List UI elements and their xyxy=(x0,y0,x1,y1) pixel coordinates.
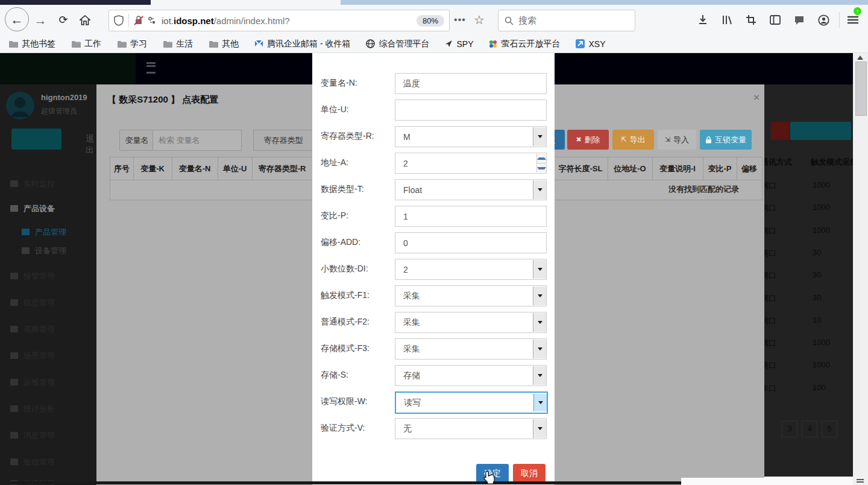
background-row-port: 网口 xyxy=(764,360,776,371)
field-value: 温度 xyxy=(395,78,546,89)
sidebar-item-11[interactable]: 消息管理 xyxy=(10,430,55,441)
sidebars-icon[interactable] xyxy=(769,13,782,27)
sidebar-item-1[interactable]: 实时监控 xyxy=(10,179,55,189)
field-label: 变量名-N: xyxy=(321,73,399,93)
download-icon[interactable] xyxy=(696,13,709,27)
导入-button[interactable]: ⇲导入 xyxy=(658,130,696,150)
back-button[interactable]: ← xyxy=(5,7,29,31)
forward-button[interactable]: → xyxy=(34,13,47,27)
url-bar[interactable]: iot.idosp.net/admin/index.html? 80% xyxy=(108,10,450,31)
pagination-item[interactable]: 3 xyxy=(782,420,797,437)
sidebar-item-6[interactable]: 组态管理 xyxy=(10,297,55,308)
sidebar-item-4[interactable]: 设备管理 xyxy=(22,246,66,256)
bookmark-item[interactable]: 综合管理平台 xyxy=(366,39,429,49)
导出-button[interactable]: ⇱导出 xyxy=(612,130,654,150)
sidebar-item-12[interactable]: 短信管理 xyxy=(10,457,55,468)
background-delete-button[interactable] xyxy=(771,122,790,140)
home-button[interactable] xyxy=(78,13,92,27)
sidebar-item-9[interactable]: 运维管理 xyxy=(10,377,55,388)
dropdown-arrow-button[interactable] xyxy=(533,313,546,332)
存储模式-F3-select[interactable]: 采集 xyxy=(395,338,547,360)
bookmark-item[interactable]: 萤石云开放平台 xyxy=(489,39,560,49)
search-box[interactable]: 搜索 xyxy=(498,10,635,31)
dropdown-arrow-button[interactable] xyxy=(533,419,546,438)
sidebar-item-2[interactable]: 产品设备 xyxy=(10,203,55,214)
数据类型-T-select[interactable]: Float xyxy=(395,179,547,200)
普通模式-F2-select[interactable]: 采集 xyxy=(395,312,547,333)
bookmark-item[interactable]: XSY xyxy=(576,39,605,49)
background-row-value: 30 xyxy=(813,293,821,302)
shield-icon[interactable] xyxy=(114,15,124,26)
messages-icon[interactable] xyxy=(793,13,806,27)
sidebar-item-3[interactable]: 产品管理 xyxy=(22,227,66,238)
filter-search-input[interactable]: 检索 变量名 xyxy=(153,130,242,151)
vertical-scrollbar[interactable] xyxy=(853,53,868,485)
filter-variable-label: 变量名 xyxy=(119,130,154,151)
blocked-content-icon[interactable] xyxy=(134,16,143,25)
bookmark-item[interactable]: 工作 xyxy=(71,39,101,49)
sidebar-action-button[interactable] xyxy=(11,128,61,150)
logout-link[interactable]: 退出 xyxy=(86,134,96,156)
stepper-down[interactable] xyxy=(537,163,546,173)
地址-A-input[interactable]: 2 xyxy=(395,153,547,174)
小数位数-DI-select[interactable]: 2 xyxy=(395,259,547,280)
background-row-value: 1000 xyxy=(813,360,830,369)
field-value: M xyxy=(395,132,533,142)
bookmark-item[interactable]: 其他书签 xyxy=(8,39,55,49)
background-row-value: 10 xyxy=(813,315,821,325)
sidebar-item-7[interactable]: 视频管理 xyxy=(10,324,55,335)
dropdown-arrow-button[interactable] xyxy=(533,366,546,385)
zoom-level-badge[interactable]: 80% xyxy=(417,15,444,27)
permissions-icon[interactable] xyxy=(148,16,156,25)
number-stepper[interactable] xyxy=(536,154,546,173)
变量名-N-input[interactable]: 温度 xyxy=(395,73,547,94)
chevron-down-icon xyxy=(538,427,542,430)
dropdown-arrow-button[interactable] xyxy=(533,127,546,146)
存储-S-select[interactable]: 存储 xyxy=(395,365,547,386)
library-icon[interactable] xyxy=(720,13,734,27)
sidebar-item-10[interactable]: 统计分析 xyxy=(10,404,55,414)
寄存器类型-R-select[interactable]: M xyxy=(395,126,547,147)
scroll-up-icon[interactable] xyxy=(857,55,863,60)
filter-register-type-label[interactable]: 寄存器类型 xyxy=(253,130,313,151)
bookmark-item[interactable]: 生活 xyxy=(163,39,193,49)
dropdown-arrow-button[interactable] xyxy=(533,260,546,279)
bookmark-item[interactable]: SPY xyxy=(445,39,473,49)
background-lock-button[interactable] xyxy=(790,122,851,140)
menu-hamburger-icon[interactable] xyxy=(846,13,860,27)
page-actions-icon[interactable]: ••• xyxy=(453,13,467,27)
bookmark-item[interactable]: 腾讯企业邮箱 - 收件箱 xyxy=(254,39,350,49)
collapse-menu-icon[interactable] xyxy=(146,62,156,74)
sidebar-item-5[interactable]: 报警管理 xyxy=(10,271,55,282)
pagination-item[interactable]: 5 xyxy=(822,420,837,437)
触发模式-F1-select[interactable]: 采集 xyxy=(395,285,547,306)
dialog-close-icon[interactable]: × xyxy=(753,92,760,104)
form-row: 存储模式-F3:采集 xyxy=(312,338,555,358)
互锁变量-button[interactable]: 互锁变量 xyxy=(700,130,752,150)
验证方式-V-select[interactable]: 无 xyxy=(395,418,547,439)
horizontal-scrollbar[interactable] xyxy=(9,481,681,484)
reload-button[interactable]: ⟳ xyxy=(57,13,70,27)
account-icon[interactable] xyxy=(817,13,830,27)
screenshot-icon[interactable] xyxy=(744,13,758,27)
bookmark-item[interactable]: 学习 xyxy=(117,39,147,49)
dropdown-arrow-button[interactable] xyxy=(533,287,546,305)
单位-U-input[interactable] xyxy=(395,100,547,121)
dropdown-arrow-button[interactable] xyxy=(533,394,547,411)
bookmark-star-icon[interactable]: ☆ xyxy=(473,13,486,27)
pagination-item[interactable]: 4 xyxy=(802,420,817,437)
删除-button[interactable]: ✖删除 xyxy=(567,130,609,150)
bookmark-label: 其他 xyxy=(222,39,239,49)
变比-P-input[interactable]: 1 xyxy=(395,206,547,227)
bookmark-item[interactable]: 其他 xyxy=(209,39,239,49)
chevron-down-icon xyxy=(538,294,542,297)
stepper-up[interactable] xyxy=(537,154,546,163)
cancel-button[interactable]: 取消 xyxy=(513,464,546,483)
偏移-ADD-input[interactable]: 0 xyxy=(395,232,547,253)
读写权限-W-select[interactable]: 读写 xyxy=(395,391,548,414)
dropdown-arrow-button[interactable] xyxy=(533,180,546,199)
avatar[interactable] xyxy=(6,92,34,119)
scrollbar-thumb[interactable] xyxy=(855,62,867,116)
dropdown-arrow-button[interactable] xyxy=(533,340,546,358)
sidebar-item-8[interactable]: 场景管理 xyxy=(10,350,55,361)
